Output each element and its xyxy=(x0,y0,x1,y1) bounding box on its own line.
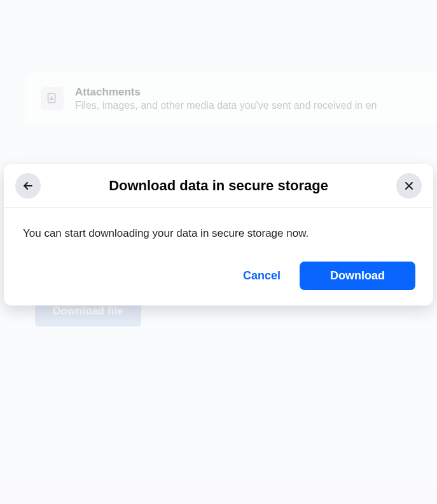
modal-body: You can start downloading your data in s… xyxy=(4,208,433,249)
download-button[interactable]: Download xyxy=(300,262,415,290)
modal-title: Download data in secure storage xyxy=(41,178,396,194)
back-button[interactable] xyxy=(15,173,41,199)
close-icon xyxy=(403,179,415,192)
cancel-button[interactable]: Cancel xyxy=(232,263,292,289)
download-modal: Download data in secure storage You can … xyxy=(4,164,433,305)
close-button[interactable] xyxy=(396,173,422,199)
arrow-left-icon xyxy=(22,179,34,192)
modal-header: Download data in secure storage xyxy=(4,164,433,208)
modal-message: You can start downloading your data in s… xyxy=(23,226,414,241)
modal-footer: Cancel Download xyxy=(4,249,433,305)
